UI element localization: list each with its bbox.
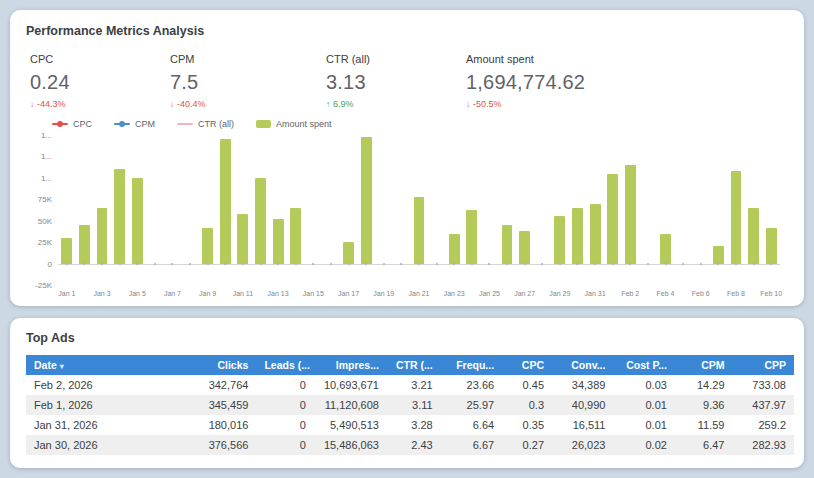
- y-axis-tick-label: 0: [48, 260, 52, 269]
- cell-value: 23.66: [441, 375, 502, 395]
- cell-value: 6.64: [441, 415, 502, 435]
- kpi-delta-value: -40.4%: [177, 99, 206, 109]
- legend-item-cpc[interactable]: CPC: [52, 119, 92, 129]
- table-row[interactable]: Jan 31, 2026180,01605,490,5133.286.640.3…: [26, 415, 794, 435]
- cell-value: 437.97: [733, 395, 795, 415]
- series-point-icon: [753, 263, 755, 265]
- bar-slot: [692, 135, 710, 264]
- cell-value: 34,389: [552, 375, 613, 395]
- kpi-delta: ↑6.9%: [326, 99, 456, 109]
- series-point-icon: [665, 263, 667, 265]
- bar-slot: [639, 135, 657, 264]
- y-axis-tick-label: 25K: [38, 238, 52, 247]
- cell-value: 3.28: [387, 415, 441, 435]
- column-header-label: Leads (...: [264, 359, 310, 371]
- series-point-icon: [277, 263, 279, 265]
- x-axis-tick-label: Jan 15: [303, 290, 324, 297]
- column-header-leads[interactable]: Leads (...: [256, 355, 314, 375]
- column-header-label: Cost P...: [626, 359, 667, 371]
- cell-value: 26,023: [552, 435, 613, 455]
- x-axis-tick-label: Jan 3: [93, 290, 110, 297]
- cell-value: 9.36: [675, 395, 733, 415]
- series-point-icon: [700, 263, 702, 265]
- series-point-icon: [154, 263, 156, 265]
- trend-up-icon: ↑: [326, 100, 330, 109]
- kpi-row: CPC0.24↓-44.3%CPM7.5↓-40.4%CTR (all)3.13…: [30, 53, 788, 109]
- kpi-value: 0.24: [30, 71, 160, 94]
- y-axis-tick-label: 1...: [41, 131, 52, 140]
- series-point-icon: [453, 263, 455, 265]
- amount-spent-bar: [625, 165, 636, 264]
- column-header-cpc[interactable]: CPC: [502, 355, 552, 375]
- amount-spent-bar: [273, 219, 284, 264]
- kpi-delta-value: -50.5%: [473, 99, 502, 109]
- bar-slot: [269, 135, 287, 264]
- bar-slot: [375, 135, 393, 264]
- cell-value: 0: [256, 375, 314, 395]
- x-axis: Jan 1Jan 3Jan 5Jan 7Jan 9Jan 11Jan 13Jan…: [58, 290, 780, 302]
- bar-slot: [111, 135, 129, 264]
- column-header-cpm[interactable]: CPM: [675, 355, 733, 375]
- amount-spent-bar: [766, 228, 777, 264]
- amount-spent-bar: [79, 225, 90, 264]
- legend-label: CPC: [73, 119, 92, 129]
- legend-item-cpm[interactable]: CPM: [114, 119, 155, 129]
- amount-spent-bar: [361, 137, 372, 264]
- x-axis-tick-label: Jan 29: [549, 290, 570, 297]
- x-axis-tick-label: Jan 31: [585, 290, 606, 297]
- column-header-ctr[interactable]: CTR (...: [387, 355, 441, 375]
- bar-slot: [164, 135, 182, 264]
- amount-spent-bar: [61, 238, 72, 264]
- bar-slot: [252, 135, 270, 264]
- series-point-icon: [66, 263, 68, 265]
- x-axis-tick-label: Feb 10: [760, 290, 782, 297]
- cell-value: 0.03: [613, 375, 674, 395]
- amount-spent-bar: [97, 208, 108, 264]
- bar-slot: [710, 135, 728, 264]
- column-header-label: Conv...: [571, 359, 605, 371]
- amount-spent-bar: [731, 171, 742, 264]
- column-header-cpp[interactable]: CPP: [733, 355, 795, 375]
- bar-slot: [622, 135, 640, 264]
- column-header-conv[interactable]: Conv...: [552, 355, 613, 375]
- table-row[interactable]: Jan 30, 2026376,566015,486,0632.436.670.…: [26, 435, 794, 455]
- kpi-label: CPM: [170, 53, 316, 65]
- series-point-icon: [119, 263, 121, 265]
- bar-slot: [586, 135, 604, 264]
- cell-date: Feb 2, 2026: [26, 375, 187, 395]
- cell-value: 342,764: [187, 375, 256, 395]
- series-point-icon: [647, 263, 649, 265]
- amount-spent-bar: [590, 204, 601, 264]
- chart-legend: CPCCPMCTR (all)Amount spent: [52, 119, 788, 129]
- x-axis-tick-label: Feb 4: [657, 290, 675, 297]
- amount-spent-bar: [414, 197, 425, 264]
- bar-slot: [76, 135, 94, 264]
- cell-value: 3.11: [387, 395, 441, 415]
- column-header-frequ[interactable]: Frequ...: [441, 355, 502, 375]
- legend-label: CTR (all): [198, 119, 234, 129]
- amount-spent-bar: [713, 246, 724, 263]
- cell-value: 0.3: [502, 395, 552, 415]
- series-point-icon: [682, 263, 684, 265]
- legend-item-amount-spent[interactable]: Amount spent: [256, 119, 332, 129]
- kpi-label: CPC: [30, 53, 160, 65]
- table-row[interactable]: Feb 2, 2026342,764010,693,6713.2123.660.…: [26, 375, 794, 395]
- bar-slot: [727, 135, 745, 264]
- y-axis-tick-label: 1...: [41, 152, 52, 161]
- column-header-impres[interactable]: Impres...: [314, 355, 387, 375]
- bar-slot: [762, 135, 780, 264]
- bar-slot: [322, 135, 340, 264]
- kpi-value: 3.13: [326, 71, 456, 94]
- kpi-value: 1,694,774.62: [466, 71, 585, 94]
- bar-slot: [674, 135, 692, 264]
- top-ads-table: Date▾ClicksLeads (...Impres...CTR (...Fr…: [26, 355, 794, 455]
- column-header-date[interactable]: Date▾: [26, 355, 187, 375]
- x-axis-tick-label: Jan 1: [58, 290, 75, 297]
- column-header-clicks[interactable]: Clicks: [187, 355, 256, 375]
- series-point-icon: [383, 263, 385, 265]
- table-row[interactable]: Feb 1, 2026345,459011,120,6083.1125.970.…: [26, 395, 794, 415]
- bar-slot: [93, 135, 111, 264]
- column-header-cost-p[interactable]: Cost P...: [613, 355, 674, 375]
- legend-item-ctr-all[interactable]: CTR (all): [177, 119, 234, 129]
- sort-desc-icon: ▾: [60, 362, 64, 371]
